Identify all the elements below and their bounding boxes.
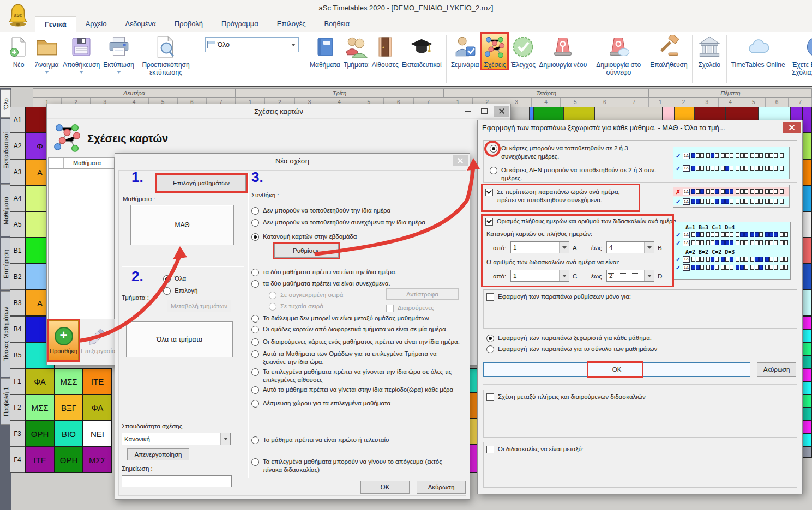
radio-icon[interactable] <box>251 207 259 215</box>
lesson-card[interactable]: ΒΙΟ <box>55 421 83 447</box>
days-from-select[interactable]: 1 <box>510 241 569 253</box>
select-dropdown[interactable] <box>644 270 654 281</box>
radio-icon[interactable] <box>251 436 259 444</box>
print-dropdown-arrow-icon[interactable] <box>117 71 121 74</box>
new-button[interactable]: Νέο <box>6 34 31 69</box>
change-classes-button[interactable]: Μεταβολή τμημάτων <box>167 300 231 312</box>
checkbox-icon[interactable] <box>486 393 494 401</box>
condition-option-6[interactable]: Οι ομάδες καρτών από διαφορετικά τμήματα… <box>251 325 446 333</box>
minimize-button[interactable] <box>460 106 476 117</box>
consecutive-same-day-checkbox[interactable]: Σε περίπτωση παραπάνω ωρών ανά ημέρα, πρ… <box>485 188 628 204</box>
full-divided-checkbox[interactable]: Σχέση μεταξύ πλήρεις και διαιρούμενων δι… <box>486 393 646 401</box>
radio-icon[interactable] <box>251 315 259 323</box>
select-dropdown[interactable] <box>644 242 654 253</box>
radio-icon[interactable] <box>163 287 171 295</box>
lessons-to-select[interactable]: 2 <box>606 270 654 282</box>
lesson-card[interactable]: ΒΞΓ <box>55 394 83 421</box>
note-input[interactable] <box>122 475 232 487</box>
radio-icon[interactable] <box>490 145 497 153</box>
cancel-button[interactable]: Ακύρωση <box>417 481 466 494</box>
select-dropdown[interactable] <box>559 270 569 281</box>
questions-feedback-button[interactable]: ? Έχετε Ερωτήσεις Σχόλια; Γράψτε μ <box>789 34 812 76</box>
radio-icon[interactable] <box>269 292 276 299</box>
selected-classes-box[interactable]: Όλα τα τμήματα <box>126 321 233 357</box>
teachers-button[interactable]: Εκπαιδευτικοί <box>402 34 442 69</box>
radio-icon[interactable] <box>251 269 259 276</box>
sub-option-specific-order[interactable]: Σε συγκεκριμένη σειρά <box>269 291 343 299</box>
condition-option-13[interactable]: Τα επιλεγμένα μαθήματα μπορούν να γίνουν… <box>251 458 461 474</box>
lesson-card[interactable] <box>470 392 477 418</box>
condition-option-1[interactable]: Δεν μπορούν να τοποθετηθούν συνεχόμενα τ… <box>251 218 425 227</box>
condition-option-0[interactable]: Δεν μπορούν να τοποθετηθούν την ίδια ημέ… <box>251 207 390 215</box>
lesson-card[interactable] <box>802 342 812 355</box>
condition-option-7[interactable]: Οι διαιρούμενες κάρτες ενός μαθήματος πρ… <box>251 338 460 346</box>
selection-classes-option[interactable]: Επιλογή <box>163 287 197 295</box>
classes-button[interactable]: Τμήματα <box>344 34 369 69</box>
radio-icon[interactable] <box>269 303 276 311</box>
radio-icon[interactable] <box>486 335 494 342</box>
lesson-card[interactable] <box>802 381 812 394</box>
radio-icon[interactable] <box>251 386 259 394</box>
relations-button[interactable]: Σχέσεις <box>482 34 507 69</box>
lessons-button[interactable]: Μαθήματα <box>310 34 340 69</box>
lesson-card[interactable] <box>470 445 477 473</box>
lesson-card[interactable] <box>802 408 812 421</box>
open-dropdown-arrow-icon[interactable] <box>45 71 49 74</box>
radio-icon[interactable] <box>251 219 259 227</box>
lesson-card[interactable]: ΜΣΣ <box>25 394 55 421</box>
ok-button[interactable]: OK <box>360 481 410 494</box>
lesson-card[interactable] <box>802 238 812 264</box>
radio-icon[interactable] <box>163 275 171 283</box>
apply-only-for-checkbox[interactable]: Εφαρμογή των παραπάνω ρυθμίσεων μόνο για… <box>486 293 631 301</box>
view-combo-dropdown[interactable] <box>288 38 298 52</box>
maximize-button[interactable] <box>477 106 492 117</box>
menu-item-genika[interactable]: Γενικά <box>35 16 76 32</box>
row-header[interactable]: B1 <box>10 238 25 264</box>
print-button[interactable]: Εκτύπωση <box>103 34 134 74</box>
select-dropdown[interactable] <box>559 242 569 253</box>
print-preview-button[interactable]: Προεπισκόπηση εκτύπωσης <box>137 34 194 76</box>
lesson-card[interactable] <box>470 368 477 392</box>
disable-button[interactable]: Απενεργοποίηση <box>127 448 189 460</box>
apply-dialog-titlebar[interactable]: Εφαρμογή των παραπάνω ξεχωριστά για κάθε… <box>478 120 802 135</box>
condition-option-11[interactable]: Δέσμευση χώρου για τα επιλεγμένα μαθήματ… <box>251 399 390 408</box>
save-button[interactable]: Αποθήκευση <box>63 34 100 74</box>
lessons-between-checkbox[interactable]: Οι διδασκαλίες να είναι μεταξύ: <box>486 445 584 453</box>
lesson-card[interactable]: ΜΣΣ <box>55 368 83 394</box>
lesson-card[interactable] <box>802 355 812 368</box>
radio-icon[interactable] <box>251 233 259 241</box>
menu-item-arxeio[interactable]: Αρχείο <box>76 16 116 32</box>
days-to-select[interactable]: 4 <box>606 241 654 253</box>
apply-separately-option[interactable]: Εφαρμογή των παραπάνω ξεχωριστά για κάθε… <box>486 334 652 342</box>
condition-option-3[interactable]: τα δύο μαθήματα πρέπει να είναι την ίδια… <box>251 268 397 276</box>
row-header[interactable]: A2 <box>10 133 25 159</box>
close-button[interactable] <box>494 106 509 117</box>
cards-2-3-consecutive-option[interactable]: Οι κάρτες μπορούν να τοποθετηθούν σε 2 ή… <box>490 144 664 161</box>
lesson-card[interactable] <box>802 159 812 185</box>
condition-option-10[interactable]: Αυτό το μάθημα πρέπει να γίνεται στην ίδ… <box>251 386 453 394</box>
lesson-card[interactable] <box>470 418 477 445</box>
check-button[interactable]: Έλεγχος <box>510 34 536 69</box>
lesson-card[interactable]: ΜΣΣ <box>83 447 112 473</box>
lesson-card[interactable] <box>802 394 812 408</box>
lesson-card[interactable] <box>802 316 812 329</box>
importance-select[interactable]: Κανονική <box>122 433 231 445</box>
cards-not-2-3-consecutive-option[interactable]: Οι κάρτες ΔΕΝ μπορούν να τοποθετηθούν σε… <box>490 166 670 183</box>
open-button[interactable]: Άνοιγμα <box>34 34 59 74</box>
view-select-combo[interactable]: Όλο <box>205 37 299 52</box>
lesson-card[interactable]: ΙΤΕ <box>83 368 112 394</box>
close-button[interactable] <box>783 122 801 133</box>
school-button[interactable]: Σχολείο <box>697 34 722 69</box>
condition-option-5[interactable]: Το διάλειμμα δεν μπορεί να είναι μεταξύ … <box>251 314 429 323</box>
checkbox-icon[interactable] <box>386 305 394 312</box>
lesson-card[interactable] <box>802 264 812 290</box>
row-header[interactable]: A5 <box>10 211 25 238</box>
checkbox-icon[interactable] <box>486 446 494 453</box>
row-header[interactable]: Γ3 <box>10 421 25 447</box>
menu-item-epiloges[interactable]: Επιλογές <box>268 16 315 32</box>
lesson-card[interactable] <box>802 368 812 381</box>
lesson-card[interactable] <box>802 133 812 159</box>
select-lessons-button[interactable]: Επιλογή μαθημάτων <box>157 175 246 191</box>
settings-button[interactable]: Ρυθμίσεις <box>274 244 339 258</box>
condition-option-12[interactable]: Το μάθημα πρέπει να είναι πρώτο ή τελευτ… <box>251 436 389 444</box>
